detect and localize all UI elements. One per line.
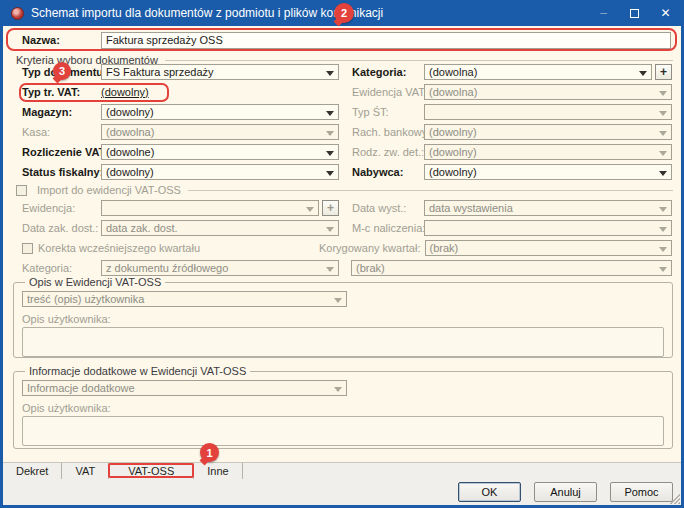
chevron-down-icon: [326, 227, 334, 232]
rodz-zw-det-label: Rodz. zw. det.:: [352, 146, 424, 158]
chevron-down-icon: [659, 91, 667, 96]
row-kategoria-zrodlo: Kategoria: z dokumentu źródłowego (brak): [3, 258, 681, 278]
chevron-down-icon: [326, 71, 334, 76]
kategoria-value: (dowolna): [429, 66, 477, 78]
row-magazyn: Magazyn: (dowolny) Typ ŚT:: [3, 102, 681, 122]
button-bar: OK Anuluj Pomoc: [3, 479, 681, 505]
kategoria-combo[interactable]: (dowolna): [424, 64, 652, 80]
import-vatoss-checkbox: [16, 185, 27, 196]
typ-st-label: Typ ŚT:: [352, 106, 424, 118]
status-fiskalny-combo[interactable]: (dowolny): [101, 164, 339, 180]
data-zak-dost-value: data zak. dost.: [106, 222, 178, 234]
kasa-combo: (dowolna): [101, 124, 339, 140]
opis-uzytkownika-textarea: [22, 327, 664, 357]
bottom-tab-strip: Dekret VAT VAT-OSS Inne: [3, 462, 681, 479]
chevron-down-icon: [639, 71, 647, 76]
data-wyst-label: Data wyst.:: [352, 202, 424, 214]
brak-combo: (brak): [351, 260, 672, 276]
chevron-down-icon: [659, 227, 667, 232]
vatoss-grid: Ewidencja: + Data wyst.: data wystawieni…: [3, 198, 681, 278]
mc-naliczenia-label: M-c naliczenia:: [352, 222, 424, 234]
row-kasa: Kasa: (dowolna) Rach. bankowy: (dowolny): [3, 122, 681, 142]
magazyn-value: (dowolny): [106, 106, 154, 118]
resize-grip[interactable]: [669, 493, 680, 504]
rozliczenie-vat-label: Rozliczenie VAT:: [22, 146, 101, 158]
chevron-down-icon: [326, 131, 334, 136]
chevron-down-icon: [659, 131, 667, 136]
maximize-icon[interactable]: [619, 0, 650, 26]
status-fiskalny-value: (dowolny): [106, 166, 154, 178]
maximize-box-glyph: [630, 9, 639, 18]
info-uzytkownika-textarea: [22, 416, 664, 446]
ewidencja-label: Ewidencja:: [22, 202, 101, 214]
tab-vat[interactable]: VAT: [62, 463, 109, 479]
ok-button[interactable]: OK: [458, 482, 521, 502]
rozliczenie-vat-combo[interactable]: (dowolne): [101, 144, 339, 160]
opis-combo: treść (opis) użytkownika: [22, 291, 347, 307]
anuluj-button[interactable]: Anuluj: [534, 482, 597, 502]
tab-inne[interactable]: Inne: [194, 463, 242, 479]
kasa-value: (dowolna): [106, 126, 154, 138]
data-wyst-value: data wystawienia: [429, 202, 513, 214]
add-ewidencja-button: +: [322, 200, 339, 216]
chevron-down-icon: [326, 151, 334, 156]
rach-bankowy-value: (dowolny): [429, 126, 477, 138]
dialog-client: Nazwa: Kryteria wyboru dokumentów Typ do…: [3, 26, 681, 505]
chevron-down-icon: [334, 298, 342, 303]
close-icon[interactable]: ✕: [650, 0, 681, 26]
kategoria-zrodlo-label: Kategoria:: [22, 262, 101, 274]
row-korekta: Korekta wcześniejszego kwartału Korygowa…: [3, 238, 681, 258]
rozliczenie-vat-value: (dowolne): [106, 146, 154, 158]
info-caption: Informacje dodatkowe w Ewidencji VAT-OSS: [25, 365, 250, 377]
chevron-down-icon: [326, 111, 334, 116]
rach-bankowy-label: Rach. bankowy:: [352, 126, 424, 138]
import-vatoss-label: Import do ewidencji VAT-OSS: [37, 184, 181, 196]
pomoc-button[interactable]: Pomoc: [610, 482, 673, 502]
mc-naliczenia-combo: [424, 220, 672, 236]
rodz-zw-det-combo: (dowolny): [424, 144, 672, 160]
brak-value: (brak): [356, 262, 385, 274]
title-bar: Schemat importu dla dokumentów z podmiot…: [3, 0, 681, 26]
nazwa-input[interactable]: [101, 32, 671, 49]
typ-dokumentu-value: FS Faktura sprzedaży: [106, 66, 214, 78]
row-ewidencja: Ewidencja: + Data wyst.: data wystawieni…: [3, 198, 681, 218]
kryteria-divider: [165, 60, 673, 61]
chevron-down-icon: [334, 387, 342, 392]
nazwa-row: Nazwa:: [3, 30, 681, 50]
row-status-fiskalny: Status fiskalny: (dowolny) Nabywca: (dow…: [3, 162, 681, 182]
korygowany-kwartal-value: (brak): [430, 242, 459, 254]
nazwa-label: Nazwa:: [22, 34, 101, 46]
typ-dokumentu-combo[interactable]: FS Faktura sprzedaży: [101, 64, 339, 80]
magazyn-combo[interactable]: (dowolny): [101, 104, 339, 120]
info-fieldset: Informacje dodatkowe w Ewidencji VAT-OSS…: [13, 365, 673, 449]
typ-st-combo: [424, 104, 672, 120]
korekta-checkbox: [22, 243, 33, 254]
tab-dekret[interactable]: Dekret: [3, 463, 62, 479]
chevron-down-icon: [659, 111, 667, 116]
status-fiskalny-label: Status fiskalny:: [22, 166, 101, 178]
vatoss-divider: [188, 190, 673, 191]
chevron-down-icon: [306, 207, 314, 212]
nabywca-value: (dowolny): [429, 166, 477, 178]
window-title: Schemat importu dla dokumentów z podmiot…: [31, 6, 383, 20]
chevron-down-icon: [326, 267, 334, 272]
row-data-zak-dost: Data zak. dost.: data zak. dost. M-c nal…: [3, 218, 681, 238]
chevron-down-icon: [659, 151, 667, 156]
info-combo: Informacje dodatkowe: [22, 380, 347, 396]
nabywca-combo[interactable]: (dowolny): [424, 164, 672, 180]
data-zak-dost-label: Data zak. dost.:: [22, 222, 101, 234]
opis-uzytkownika-label: Opis użytkownika:: [22, 313, 664, 325]
chevron-down-icon: [659, 207, 667, 212]
korygowany-kwartal-combo: (brak): [425, 240, 673, 256]
add-kategoria-button[interactable]: +: [655, 64, 672, 80]
app-icon: [11, 7, 24, 20]
typ-tr-vat-link[interactable]: (dowolny): [101, 86, 149, 98]
tab-vat-oss[interactable]: VAT-OSS: [109, 463, 194, 479]
rach-bankowy-combo: (dowolny): [424, 124, 672, 140]
korygowany-kwartal-label: Korygowany kwartał:: [319, 242, 425, 254]
ewidencja-vat-value: (dowolna): [429, 86, 477, 98]
magazyn-label: Magazyn:: [22, 106, 101, 118]
typ-tr-vat-label: Typ tr. VAT:: [22, 86, 101, 98]
kryteria-grid: Typ dokumentu: FS Faktura sprzedaży Kate…: [3, 62, 681, 182]
data-zak-dost-combo: data zak. dost.: [101, 220, 339, 236]
